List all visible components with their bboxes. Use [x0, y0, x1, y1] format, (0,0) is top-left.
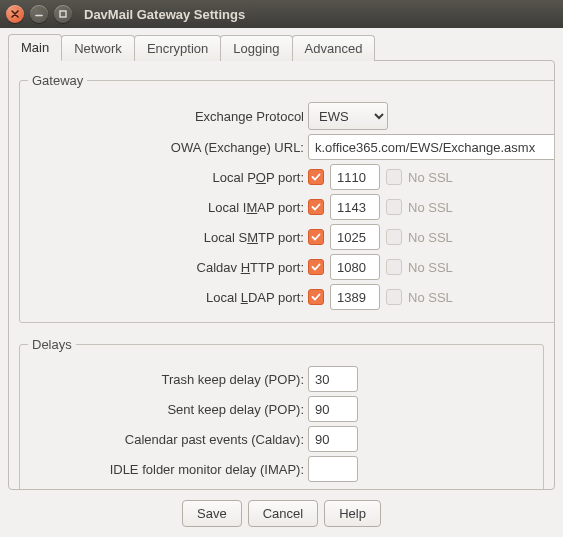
ldap-nossl-label: No SSL [408, 290, 453, 305]
owa-url-label: OWA (Exchange) URL: [28, 140, 308, 155]
delays-legend: Delays [28, 337, 76, 352]
smtp-port-input[interactable] [330, 224, 380, 250]
calendar-delay-label: Calendar past events (Caldav): [28, 432, 308, 447]
imap-nossl-label: No SSL [408, 200, 453, 215]
trash-delay-input[interactable] [308, 366, 358, 392]
owa-url-input[interactable] [308, 134, 555, 160]
trash-delay-label: Trash keep delay (POP): [28, 372, 308, 387]
window-title: DavMail Gateway Settings [84, 7, 245, 22]
imap-enable-checkbox[interactable] [308, 199, 324, 215]
delays-group: Delays Trash keep delay (POP): Sent keep… [19, 337, 544, 490]
caldav-nossl-checkbox[interactable] [386, 259, 402, 275]
caldav-port-input[interactable] [330, 254, 380, 280]
pop-nossl-label: No SSL [408, 170, 453, 185]
exchange-protocol-label: Exchange Protocol [28, 109, 308, 124]
dialog-buttons: Save Cancel Help [8, 490, 555, 529]
close-icon[interactable] [6, 5, 24, 23]
ldap-port-input[interactable] [330, 284, 380, 310]
imap-port-label: Local IMAP port: [28, 200, 308, 215]
pop-port-label: Local POP port: [28, 170, 308, 185]
calendar-delay-input[interactable] [308, 426, 358, 452]
ldap-nossl-checkbox[interactable] [386, 289, 402, 305]
help-button[interactable]: Help [324, 500, 381, 527]
imap-nossl-checkbox[interactable] [386, 199, 402, 215]
caldav-enable-checkbox[interactable] [308, 259, 324, 275]
tab-encryption[interactable]: Encryption [134, 35, 221, 61]
exchange-protocol-select[interactable]: EWS [308, 102, 388, 130]
smtp-nossl-label: No SSL [408, 230, 453, 245]
imap-port-input[interactable] [330, 194, 380, 220]
tab-panel-main: Gateway Exchange Protocol EWS OWA (Excha… [8, 60, 555, 490]
tab-network[interactable]: Network [61, 35, 135, 61]
minimize-icon[interactable] [30, 5, 48, 23]
tab-logging[interactable]: Logging [220, 35, 292, 61]
ldap-port-label: Local LDAP port: [28, 290, 308, 305]
gateway-legend: Gateway [28, 73, 87, 88]
tab-main[interactable]: Main [8, 34, 62, 61]
ldap-enable-checkbox[interactable] [308, 289, 324, 305]
cancel-button[interactable]: Cancel [248, 500, 318, 527]
sent-delay-input[interactable] [308, 396, 358, 422]
smtp-enable-checkbox[interactable] [308, 229, 324, 245]
sent-delay-label: Sent keep delay (POP): [28, 402, 308, 417]
idle-delay-label: IDLE folder monitor delay (IMAP): [28, 462, 308, 477]
pop-enable-checkbox[interactable] [308, 169, 324, 185]
pop-port-input[interactable] [330, 164, 380, 190]
titlebar: DavMail Gateway Settings [0, 0, 563, 28]
caldav-port-label: Caldav HTTP port: [28, 260, 308, 275]
tab-advanced[interactable]: Advanced [292, 35, 376, 61]
save-button[interactable]: Save [182, 500, 242, 527]
smtp-nossl-checkbox[interactable] [386, 229, 402, 245]
svg-rect-0 [60, 11, 66, 17]
smtp-port-label: Local SMTP port: [28, 230, 308, 245]
maximize-icon[interactable] [54, 5, 72, 23]
idle-delay-input[interactable] [308, 456, 358, 482]
tab-bar: Main Network Encryption Logging Advanced [8, 34, 555, 61]
pop-nossl-checkbox[interactable] [386, 169, 402, 185]
caldav-nossl-label: No SSL [408, 260, 453, 275]
gateway-group: Gateway Exchange Protocol EWS OWA (Excha… [19, 73, 555, 323]
